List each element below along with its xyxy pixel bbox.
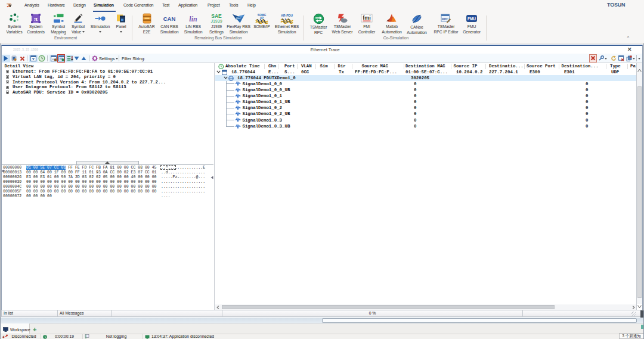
svg-text:lin: lin [189, 15, 197, 23]
svg-text:Flex: Flex [236, 17, 242, 20]
svg-text:AR-PDU: AR-PDU [281, 14, 293, 17]
svg-text:fmi: fmi [363, 15, 371, 21]
svg-text:CAN: CAN [163, 15, 176, 22]
svg-text:FMU: FMU [467, 17, 476, 21]
svg-text:RPC: RPC [442, 17, 449, 21]
svg-text:/IP: /IP [260, 16, 264, 20]
svg-text:π: π [34, 15, 38, 22]
